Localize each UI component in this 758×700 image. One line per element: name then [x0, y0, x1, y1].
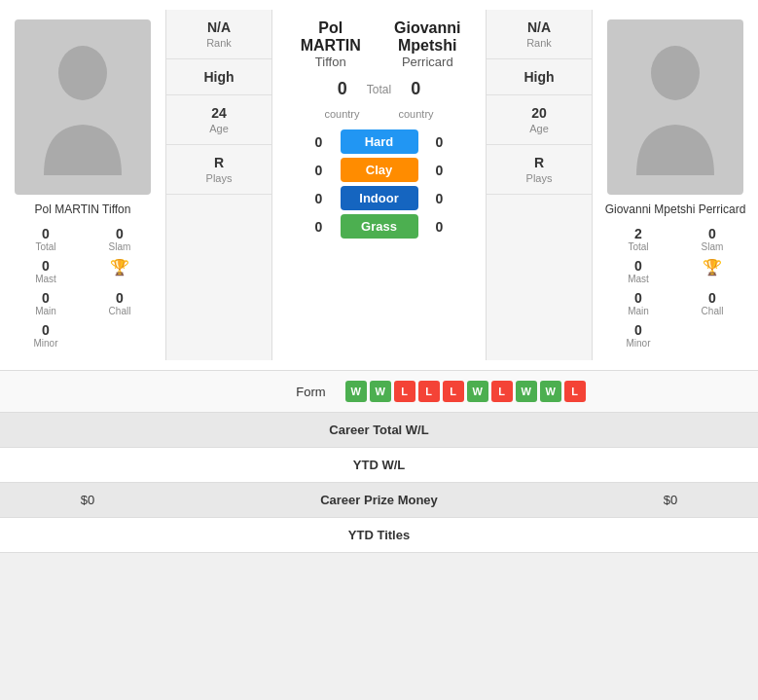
right-trophy-icon: 🏆	[680, 258, 744, 276]
form-badge-7: W	[516, 381, 537, 402]
left-minor-cell: 0 Minor	[10, 320, 82, 350]
surface-score-left-hard: 0	[309, 134, 329, 150]
right-age-value: 20	[494, 105, 584, 121]
right-slam-label: Slam	[680, 241, 744, 252]
surface-score-left-indoor: 0	[309, 191, 329, 206]
svg-point-0	[58, 46, 107, 100]
form-label: Form	[172, 385, 344, 399]
right-slam-value: 0	[680, 226, 744, 241]
form-badge-4: L	[443, 381, 464, 402]
right-high-value: High	[494, 69, 584, 85]
form-badge-6: L	[491, 381, 513, 402]
surface-rows: 0 Hard 0 0 Clay 0 0 Indoor 0 0 Grass 0	[272, 124, 486, 244]
career-wl-row: Career Total W/L	[0, 413, 758, 448]
surface-score-right-hard: 0	[430, 134, 450, 150]
right-total-cell: 2 Total	[602, 224, 674, 254]
left-mast-value: 0	[14, 258, 78, 274]
surface-btn-hard[interactable]: Hard	[341, 129, 418, 154]
left-player-name: Pol MARTIN Tiffon	[35, 203, 131, 216]
right-rank-label: Rank	[494, 37, 584, 49]
right-chall-value: 0	[680, 290, 744, 306]
left-mast-label: Mast	[14, 274, 78, 284]
form-badge-2: L	[394, 381, 415, 402]
right-age-label: Age	[494, 123, 584, 134]
left-trophy-cell: 🏆	[84, 256, 156, 286]
left-age-label: Age	[174, 123, 264, 134]
surface-btn-grass[interactable]: Grass	[341, 214, 418, 239]
left-minor-value: 0	[14, 322, 78, 338]
left-full-name-line1: Pol MARTIN	[287, 19, 375, 55]
left-rank-label: Rank	[174, 37, 264, 49]
bottom-rows: Form WWLLLWLWWL Career Total W/L YTD W/L…	[0, 371, 758, 553]
left-chall-cell: 0 Chall	[84, 288, 156, 318]
left-player-card: Pol MARTIN Tiffon 0 Total 0 Slam 0 Mast …	[0, 10, 165, 360]
surface-score-right-grass: 0	[430, 219, 450, 235]
country-row: country country	[324, 104, 433, 124]
right-player-card: Giovanni Mpetshi Perricard 2 Total 0 Sla…	[593, 10, 758, 360]
right-chall-cell: 0 Chall	[676, 288, 748, 318]
right-minor-value: 0	[606, 322, 670, 338]
surface-score-left-clay: 0	[309, 163, 329, 178]
country-left: country	[324, 108, 359, 120]
left-player-stats: 0 Total 0 Slam 0 Mast 🏆 0 Main	[10, 224, 156, 350]
surface-btn-clay[interactable]: Clay	[341, 158, 418, 182]
left-trophy-icon: 🏆	[88, 258, 152, 276]
total-label: Total	[367, 83, 391, 96]
left-total-value: 0	[14, 226, 78, 241]
right-age-block: 20 Age	[487, 95, 592, 145]
right-mast-cell: 0 Mast	[602, 256, 674, 286]
left-slam-cell: 0 Slam	[84, 224, 156, 254]
ytd-wl-row: YTD W/L	[0, 448, 758, 483]
right-plays-label: Plays	[494, 172, 584, 184]
right-mast-value: 0	[606, 258, 670, 274]
left-total-label: Total	[14, 241, 78, 252]
right-total-value: 2	[606, 226, 670, 241]
left-age-value: 24	[174, 105, 264, 121]
total-row: 0 Total 0	[338, 74, 420, 104]
top-section: Pol MARTIN Tiffon 0 Total 0 Slam 0 Mast …	[0, 0, 758, 371]
left-player-avatar	[15, 19, 151, 195]
career-prize-right: $0	[602, 493, 739, 507]
form-row: Form WWLLLWLWWL	[0, 371, 758, 413]
surface-btn-indoor[interactable]: Indoor	[341, 186, 418, 210]
right-rank-value: N/A	[494, 19, 584, 35]
right-player-name: Giovanni Mpetshi Perricard	[605, 203, 746, 216]
total-score-right: 0	[411, 79, 420, 99]
ytd-titles-label: YTD Titles	[156, 528, 602, 542]
left-plays-block: R Plays	[166, 145, 271, 195]
right-chall-label: Chall	[680, 306, 744, 316]
right-main-label: Main	[606, 306, 670, 316]
form-badge-0: W	[345, 381, 367, 402]
left-high-block: High	[166, 59, 271, 95]
career-wl-label: Career Total W/L	[156, 423, 602, 437]
surface-row-grass: 0 Grass 0	[282, 214, 476, 239]
right-full-name-line1: Giovanni Mpetshi	[384, 19, 472, 55]
left-chall-label: Chall	[88, 306, 152, 316]
right-full-name-line2: Perricard	[384, 55, 472, 69]
right-plays-block: R Plays	[487, 145, 592, 195]
left-mast-cell: 0 Mast	[10, 256, 82, 286]
surface-score-right-indoor: 0	[430, 191, 450, 206]
form-badge-8: W	[540, 381, 561, 402]
career-prize-row: $0 Career Prize Money $0	[0, 483, 758, 518]
left-main-value: 0	[14, 290, 78, 306]
left-plays-value: R	[174, 155, 264, 170]
left-rank-value: N/A	[174, 19, 264, 35]
country-right: country	[399, 108, 434, 120]
ytd-wl-label: YTD W/L	[156, 458, 602, 472]
right-minor-cell: 0 Minor	[602, 320, 674, 350]
surface-row-clay: 0 Clay 0	[282, 158, 476, 182]
left-chall-value: 0	[88, 290, 152, 306]
left-main-label: Main	[14, 306, 78, 316]
left-plays-label: Plays	[174, 172, 264, 184]
surface-row-indoor: 0 Indoor 0	[282, 186, 476, 210]
left-center-card: N/A Rank High 24 Age R Plays	[165, 10, 272, 360]
right-player-avatar	[607, 19, 743, 195]
right-center-card: N/A Rank High 20 Age R Plays	[486, 10, 593, 360]
right-main-cell: 0 Main	[602, 288, 674, 318]
right-player-stats: 2 Total 0 Slam 0 Mast 🏆 0 Main	[602, 224, 748, 350]
surface-score-left-grass: 0	[309, 219, 329, 235]
middle-section: Pol MARTIN Tiffon Giovanni Mpetshi Perri…	[272, 10, 486, 360]
right-trophy-cell: 🏆	[676, 256, 748, 286]
surface-score-right-clay: 0	[430, 163, 450, 178]
